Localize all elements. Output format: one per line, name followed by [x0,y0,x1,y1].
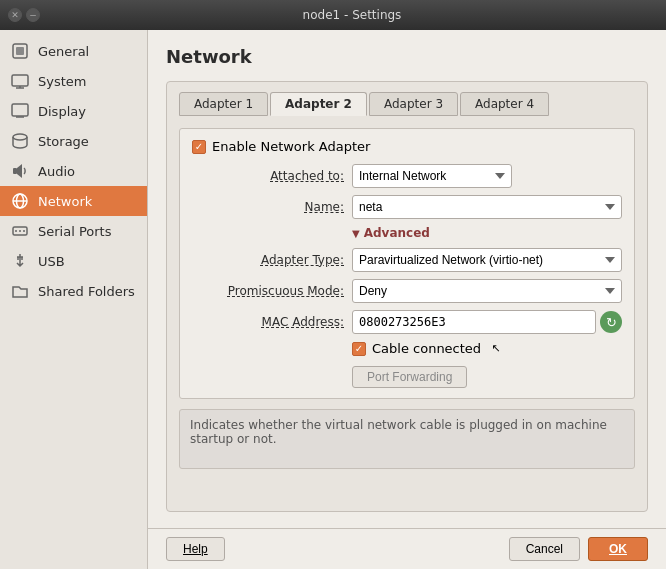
cable-connected-row: Cable connected ↖ [352,341,622,356]
description-text: Indicates whether the virtual network ca… [190,418,607,446]
promiscuous-control: Deny [352,279,622,303]
sidebar-item-general[interactable]: General [0,36,147,66]
tab-adapter2[interactable]: Adapter 2 [270,92,367,116]
window-controls[interactable]: ✕ − [8,8,40,22]
tab-adapter4[interactable]: Adapter 4 [460,92,549,116]
adapter-type-row: Adapter Type: Paravirtualized Network (v… [192,248,622,272]
adapter-tabs: Adapter 1 Adapter 2 Adapter 3 Adapter 4 [179,92,635,116]
network-form: Enable Network Adapter Attached to: Inte… [179,128,635,399]
enable-adapter-label: Enable Network Adapter [212,139,370,154]
enable-adapter-row: Enable Network Adapter [192,139,622,154]
sidebar-label-usb: USB [38,254,65,269]
attached-to-row: Attached to: Internal Network [192,164,622,188]
tabs-container: Adapter 1 Adapter 2 Adapter 3 Adapter 4 [166,81,648,512]
tab-adapter1[interactable]: Adapter 1 [179,92,268,116]
cable-connected-checkbox[interactable] [352,342,366,356]
sidebar-label-serial-ports: Serial Ports [38,224,111,239]
sidebar-item-display[interactable]: Display [0,96,147,126]
adapter-type-label: Adapter Type: [192,253,352,267]
sidebar-label-network: Network [38,194,92,209]
svg-rect-2 [12,75,28,86]
svg-rect-1 [16,47,24,55]
mac-control: ↻ [352,310,622,334]
name-select[interactable]: neta [352,195,622,219]
svg-rect-5 [12,104,28,116]
sidebar-label-shared-folders: Shared Folders [38,284,135,299]
cancel-button[interactable]: Cancel [509,537,580,561]
page-title: Network [166,46,648,67]
sidebar-label-general: General [38,44,89,59]
promiscuous-select[interactable]: Deny [352,279,622,303]
audio-icon [10,161,30,181]
mac-input[interactable] [352,310,596,334]
sidebar-item-usb[interactable]: USB [0,246,147,276]
mac-row: MAC Address: ↻ [192,310,622,334]
general-icon [10,41,30,61]
titlebar: ✕ − node1 - Settings [0,0,666,30]
mac-label: MAC Address: [192,315,352,329]
usb-icon [10,251,30,271]
window-title: node1 - Settings [46,8,658,22]
sidebar-label-system: System [38,74,86,89]
sidebar-item-audio[interactable]: Audio [0,156,147,186]
storage-icon [10,131,30,151]
sidebar: General System Display Storage Audio [0,30,148,569]
help-button[interactable]: Help [166,537,225,561]
promiscuous-row: Promiscuous Mode: Deny [192,279,622,303]
cursor: ↖ [491,342,500,355]
svg-point-13 [15,230,17,232]
serial-ports-icon [10,221,30,241]
name-control: neta [352,195,622,219]
enable-adapter-checkbox[interactable] [192,140,206,154]
tab-adapter3[interactable]: Adapter 3 [369,92,458,116]
svg-point-15 [23,230,25,232]
ok-button[interactable]: OK [588,537,648,561]
bottom-bar: Help Cancel OK [148,528,666,569]
main-content: Network Adapter 1 Adapter 2 Adapter 3 Ad… [148,30,666,528]
close-button[interactable]: ✕ [8,8,22,22]
sidebar-label-display: Display [38,104,86,119]
svg-rect-8 [13,168,17,174]
main-container: General System Display Storage Audio [0,30,666,569]
sidebar-label-storage: Storage [38,134,89,149]
sidebar-label-audio: Audio [38,164,75,179]
svg-point-14 [19,230,21,232]
attached-select[interactable]: Internal Network [352,164,512,188]
advanced-toggle[interactable]: ▼ Advanced [352,226,622,240]
advanced-arrow-icon: ▼ [352,228,360,239]
cable-connected-label: Cable connected [372,341,481,356]
sidebar-item-network[interactable]: Network [0,186,147,216]
attached-label: Attached to: [192,169,352,183]
dialog-buttons: Cancel OK [509,537,648,561]
sidebar-item-storage[interactable]: Storage [0,126,147,156]
svg-point-7 [13,134,27,140]
port-forwarding-button[interactable]: Port Forwarding [352,366,467,388]
adapter-type-control: Paravirtualized Network (virtio-net) [352,248,622,272]
adapter-type-select[interactable]: Paravirtualized Network (virtio-net) [352,248,622,272]
system-icon [10,71,30,91]
network-icon [10,191,30,211]
sidebar-item-serial-ports[interactable]: Serial Ports [0,216,147,246]
content-area: Network Adapter 1 Adapter 2 Adapter 3 Ad… [148,30,666,569]
minimize-button[interactable]: − [26,8,40,22]
attached-control: Internal Network [352,164,622,188]
name-label: Name: [192,200,352,214]
sidebar-item-shared-folders[interactable]: Shared Folders [0,276,147,306]
description-box: Indicates whether the virtual network ca… [179,409,635,469]
sidebar-item-system[interactable]: System [0,66,147,96]
shared-folders-icon [10,281,30,301]
advanced-label: Advanced [364,226,430,240]
name-row: Name: neta [192,195,622,219]
promiscuous-label: Promiscuous Mode: [192,284,352,298]
mac-refresh-button[interactable]: ↻ [600,311,622,333]
display-icon [10,101,30,121]
